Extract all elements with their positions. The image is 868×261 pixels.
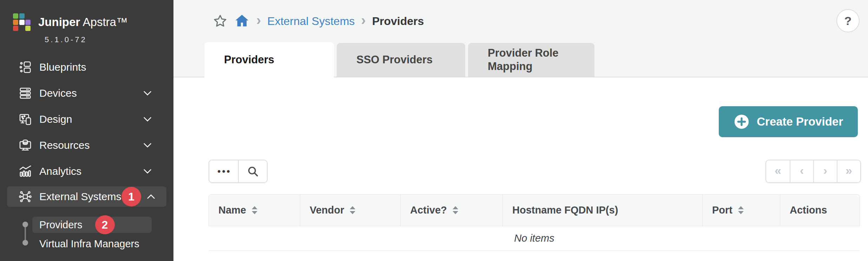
column-label: Vendor <box>310 204 344 216</box>
sidebar-nav: Blueprints Devices <box>0 54 173 252</box>
tree-dot <box>22 222 28 227</box>
main-area: › External Systems › Providers ? Provide… <box>173 0 868 261</box>
analytics-icon <box>19 165 32 178</box>
column-header-hostname: Hostname FQDN IP(s) <box>502 195 702 226</box>
column-header-vendor[interactable]: Vendor <box>300 195 400 226</box>
previous-page-button[interactable]: ‹ <box>790 160 813 182</box>
sidebar-item-analytics[interactable]: Analytics <box>0 158 173 184</box>
tab-label: Provider Role Mapping <box>488 46 580 73</box>
breadcrumb: › External Systems › Providers <box>213 11 424 32</box>
providers-table: Name Vendor Active? Hostname FQDN IP(s) <box>209 194 860 251</box>
more-options-button[interactable]: ••• <box>209 160 238 182</box>
app-version: 5.1.0-72 <box>45 35 173 44</box>
double-chevron-right-icon: » <box>846 164 852 178</box>
tab-label: SSO Providers <box>356 53 433 66</box>
external-systems-submenu: Providers 2 Virtual Infra Managers <box>0 217 173 252</box>
sidebar-item-label: Resources <box>39 139 90 151</box>
sidebar-item-providers[interactable]: Providers 2 <box>32 217 152 233</box>
sort-icon <box>350 206 355 214</box>
plus-circle-icon <box>734 114 750 130</box>
app-window: Juniper Apstra™ 5.1.0-72 Blueprints <box>0 0 868 261</box>
pagination: « ‹ › » <box>765 160 861 183</box>
sidebar-item-devices[interactable]: Devices <box>0 80 173 106</box>
chevron-right-icon: › <box>823 164 827 178</box>
external-systems-icon <box>19 190 32 203</box>
sidebar-item-label: Providers <box>39 219 83 231</box>
brand-title: Juniper Apstra™ <box>38 15 128 29</box>
breadcrumb-separator: › <box>361 13 366 29</box>
table-empty-state: No items <box>209 226 860 251</box>
ellipsis-icon: ••• <box>216 166 231 177</box>
double-chevron-left-icon: « <box>775 164 781 178</box>
step-badge-1: 1 <box>121 187 141 206</box>
sidebar-item-label: Analytics <box>39 165 81 177</box>
chevron-down-icon <box>142 166 153 177</box>
brand-logo: Juniper Apstra™ <box>0 0 173 31</box>
brand-name-regular: Apstra™ <box>80 15 128 28</box>
chevron-left-icon: ‹ <box>800 164 804 178</box>
help-button[interactable]: ? <box>836 9 860 32</box>
sort-icon <box>252 206 257 214</box>
sidebar-item-label: Blueprints <box>39 61 86 73</box>
column-label: Actions <box>790 204 827 216</box>
sidebar-item-design[interactable]: Design <box>0 106 173 132</box>
sort-icon <box>738 206 744 214</box>
tab-sso-providers[interactable]: SSO Providers <box>337 43 465 77</box>
create-provider-button[interactable]: Create Provider <box>719 106 858 137</box>
column-label: Name <box>218 204 246 216</box>
breadcrumb-separator: › <box>256 13 261 29</box>
home-icon[interactable] <box>234 13 250 29</box>
chevron-down-icon <box>142 88 153 99</box>
step-badge-2: 2 <box>95 215 115 234</box>
sidebar-item-label: Virtual Infra Managers <box>39 238 139 250</box>
sidebar-item-label: External Systems <box>39 191 121 203</box>
favorite-star-icon[interactable] <box>213 14 228 28</box>
chevron-down-icon <box>142 140 153 151</box>
tab-bar: Providers SSO Providers Provider Role Ma… <box>204 42 594 77</box>
sidebar-item-virtual-infra-managers[interactable]: Virtual Infra Managers <box>0 236 173 252</box>
tab-label: Providers <box>224 53 274 66</box>
brand-name-bold: Juniper <box>38 15 80 28</box>
table-toolbar: ••• <box>209 160 268 183</box>
page-header: › External Systems › Providers ? Provide… <box>173 0 868 77</box>
search-icon <box>247 165 259 177</box>
tab-provider-role-mapping[interactable]: Provider Role Mapping <box>468 43 594 77</box>
column-header-active[interactable]: Active? <box>400 195 502 226</box>
chevron-up-icon <box>145 191 157 202</box>
next-page-button[interactable]: › <box>813 160 837 182</box>
column-label: Port <box>712 204 732 216</box>
first-page-button[interactable]: « <box>766 160 790 182</box>
sort-icon <box>453 206 458 214</box>
last-page-button[interactable]: » <box>837 160 860 182</box>
breadcrumb-current-page: Providers <box>372 15 424 28</box>
create-provider-label: Create Provider <box>757 115 843 128</box>
column-label: Hostname FQDN IP(s) <box>512 204 618 216</box>
column-header-actions: Actions <box>780 195 860 226</box>
table-header-row: Name Vendor Active? Hostname FQDN IP(s) <box>209 194 860 226</box>
column-header-port[interactable]: Port <box>702 195 780 226</box>
tab-providers[interactable]: Providers <box>204 42 334 77</box>
sidebar-item-external-systems[interactable]: External Systems 1 <box>7 186 166 207</box>
juniper-logo-icon <box>13 13 31 31</box>
tab-content: Create Provider ••• « ‹ › » <box>173 77 868 260</box>
sidebar-item-label: Devices <box>39 87 77 99</box>
column-header-name[interactable]: Name <box>209 195 300 226</box>
sidebar-item-label: Design <box>39 113 72 125</box>
sidebar-item-blueprints[interactable]: Blueprints <box>0 54 173 80</box>
resources-icon <box>19 139 32 152</box>
chevron-down-icon <box>142 114 153 125</box>
sidebar: Juniper Apstra™ 5.1.0-72 Blueprints <box>0 0 173 261</box>
blueprints-icon <box>19 61 32 74</box>
search-button[interactable] <box>238 160 267 182</box>
design-icon <box>19 113 32 126</box>
breadcrumb-link-external-systems[interactable]: External Systems <box>267 15 355 28</box>
sidebar-item-resources[interactable]: Resources <box>0 132 173 158</box>
devices-icon <box>19 87 32 100</box>
column-label: Active? <box>410 204 447 216</box>
